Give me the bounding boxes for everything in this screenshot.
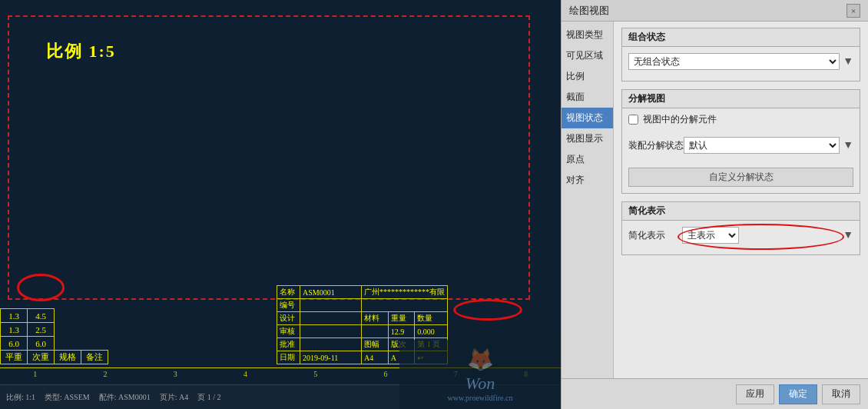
highlight-circle-2 (453, 299, 522, 321)
simplified-content: 简化表示 主表示 几何表示 图形表示 ▼ (622, 221, 860, 254)
title-block-table: 名称 ASM0001 广州*************有限 编号 设计 材料 重量… (277, 285, 448, 364)
right-panel: 组合状态 无组合状态 ▼ 分解视图 视图中的分解元件 (614, 22, 868, 378)
category-view-display[interactable]: 视图显示 (562, 128, 613, 149)
simplified-form-row: 简化表示 主表示 几何表示 图形表示 ▼ (628, 227, 853, 244)
category-view-type[interactable]: 视图类型 (562, 25, 613, 45)
custom-state-button[interactable]: 自定义分解状态 (628, 168, 853, 187)
close-button[interactable]: × (846, 4, 860, 18)
status-bar: 比例: 1:1 类型: ASSEM 配件: ASM0001 页片: A4 页 1… (0, 384, 561, 409)
explode-section-title: 分解视图 (622, 90, 860, 108)
simplified-section: 简化表示 简化表示 主表示 几何表示 图形表示 ▼ (621, 201, 860, 255)
dialog-body: 视图类型 可见区域 比例 截面 视图状态 视图显示 原点 对齐 组合状态 无组合… (562, 22, 868, 378)
ok-button[interactable]: 确定 (779, 384, 817, 404)
simplified-select-wrapper: 主表示 几何表示 图形表示 (682, 227, 840, 244)
assemble-state-dropdown-icon[interactable]: ▼ (843, 139, 853, 151)
ratio-text: 比例 1:5 (46, 40, 116, 63)
category-scale[interactable]: 比例 (562, 66, 613, 87)
assemble-state-select[interactable]: 默认 (684, 137, 840, 154)
simplified-select[interactable]: 主表示 几何表示 图形表示 (682, 227, 739, 244)
simplified-label: 简化表示 (628, 229, 682, 242)
explode-content: 装配分解状态 默认 ▼ (622, 131, 860, 165)
explode-checkbox[interactable] (628, 115, 638, 125)
combination-select[interactable]: 无组合状态 (628, 53, 840, 70)
row-numbers: 1 2 3 4 5 6 7 8 (0, 367, 561, 378)
status-type: 类型: ASSEM (45, 392, 90, 403)
status-scale: 比例: 1:1 (6, 392, 35, 403)
status-part: 配件: ASM0001 (99, 392, 151, 403)
category-section[interactable]: 截面 (562, 87, 613, 108)
status-page: 页 1 / 2 (197, 392, 220, 403)
explode-checkbox-row: 视图中的分解元件 (622, 108, 860, 131)
category-align[interactable]: 对齐 (562, 170, 613, 191)
dialog-titlebar: 绘图视图 × (562, 0, 868, 22)
category-visible-area[interactable]: 可见区域 (562, 45, 613, 66)
drawing-view-dialog: 绘图视图 × 视图类型 可见区域 比例 截面 视图状态 视图显示 原点 对齐 组… (561, 0, 868, 409)
status-paper: 页片: A4 (160, 392, 189, 403)
simplified-dropdown-icon[interactable]: ▼ (843, 229, 853, 241)
category-origin[interactable]: 原点 (562, 149, 613, 170)
cad-drawing-area: 比例 1:5 1.3 4.5 1.3 2.5 6.0 6.0 平重 次重 规格 … (0, 0, 561, 409)
category-view-state[interactable]: 视图状态 (562, 108, 613, 128)
apply-button[interactable]: 应用 (736, 384, 774, 404)
explode-section: 分解视图 视图中的分解元件 装配分解状态 默认 ▼ 自定义分解状态 (621, 89, 860, 194)
highlight-circle-1 (17, 274, 65, 301)
cancel-button[interactable]: 取消 (822, 384, 860, 404)
cad-left-table: 1.3 4.5 1.3 2.5 6.0 6.0 平重 次重 规格 备注 (0, 308, 108, 364)
combination-form-row: 无组合状态 ▼ (628, 53, 853, 70)
assemble-state-row: 装配分解状态 默认 ▼ (628, 137, 853, 154)
simplified-section-title: 简化表示 (622, 202, 860, 221)
combination-dropdown-icon[interactable]: ▼ (843, 55, 853, 68)
explode-checkbox-label: 视图中的分解元件 (643, 113, 717, 126)
dialog-footer: 应用 确定 取消 (562, 378, 868, 409)
dialog-title: 绘图视图 (569, 4, 609, 18)
assemble-state-label: 装配分解状态 (628, 139, 684, 152)
combination-section-content: 无组合状态 ▼ (622, 47, 860, 81)
category-list: 视图类型 可见区域 比例 截面 视图状态 视图显示 原点 对齐 (562, 22, 614, 378)
combination-section: 组合状态 无组合状态 ▼ (621, 28, 860, 81)
combination-section-title: 组合状态 (622, 28, 860, 47)
